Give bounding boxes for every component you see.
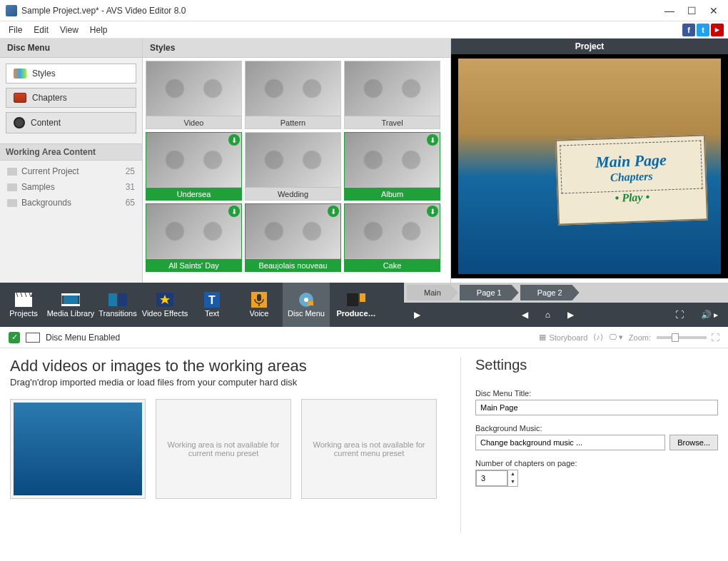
settings-header: Settings [475, 357, 718, 373]
folder-icon [7, 183, 17, 191]
display-tool-icon[interactable]: 🖵 ▾ [609, 333, 623, 342]
download-icon: ⬇ [427, 134, 438, 146]
menu-file[interactable]: File [4, 24, 26, 36]
volume-icon[interactable]: 🔊 ▸ [701, 310, 718, 320]
fullscreen-icon[interactable]: ⛶ [675, 310, 684, 320]
chapters-tab[interactable]: Chapters [6, 88, 136, 108]
zoom-slider[interactable] [657, 336, 707, 339]
style-card-video[interactable]: Video [146, 61, 242, 129]
svg-rect-6 [118, 293, 127, 306]
style-card-beaujolais[interactable]: ⬇Beaujolais nouveau [245, 203, 341, 272]
wa-current-project[interactable]: Current Project 25 [0, 163, 142, 179]
chapters-label: Chapters [32, 93, 67, 103]
ribbon-disc-menu[interactable]: Disc Menu [283, 283, 330, 327]
working-area-2[interactable]: Working area is not available for curren… [156, 399, 291, 499]
play-icon[interactable]: ▶ [414, 310, 420, 320]
fit-icon[interactable]: ⛶ [711, 333, 719, 343]
bgm-label: Background Music: [475, 424, 718, 433]
minimize-button[interactable]: — [664, 5, 674, 16]
chapters-input[interactable] [476, 470, 507, 486]
step-up-icon[interactable]: ▲ [508, 470, 517, 478]
preview-panel: Project Main Page Chapters • Play • [451, 39, 728, 283]
ribbon-video-effects[interactable]: Video Effects [141, 283, 188, 327]
bgm-input[interactable] [475, 435, 665, 450]
home-icon[interactable]: ⌂ [545, 310, 550, 320]
youtube-icon[interactable]: ▸ [711, 24, 724, 36]
left-panel: Disc Menu Styles Chapters Content Workin… [0, 39, 143, 283]
star-icon [156, 292, 174, 308]
svg-rect-11 [257, 294, 261, 301]
content-tab[interactable]: Content [6, 112, 136, 133]
ribbon-media-library[interactable]: Media Library [47, 283, 94, 327]
browse-button[interactable]: Browse... [669, 435, 718, 450]
status-row: ✓ Disc Menu Enabled ▦ Storyboard ⟨♪⟩ 🖵 ▾… [0, 327, 728, 348]
produce-icon [347, 292, 365, 308]
tab-page1[interactable]: Page 1 [460, 285, 519, 300]
storyboard-button[interactable]: ▦ Storyboard [539, 333, 587, 342]
audio-tool-icon[interactable]: ⟨♪⟩ [593, 333, 603, 342]
check-icon: ✓ [9, 332, 20, 343]
wa-samples[interactable]: Samples 31 [0, 179, 142, 195]
working-area-3[interactable]: Working area is not available for curren… [301, 399, 437, 499]
svg-rect-16 [360, 293, 365, 302]
style-card-travel[interactable]: Travel [344, 61, 440, 129]
download-icon: ⬇ [228, 206, 240, 217]
svg-text:T: T [208, 294, 216, 306]
styles-panel: Styles Video Pattern Travel ⬇Undersea We… [143, 39, 451, 283]
download-icon: ⬇ [328, 206, 339, 217]
prev-icon[interactable]: ◀ [522, 310, 528, 320]
svg-rect-0 [15, 297, 32, 307]
tab-main[interactable]: Main [407, 285, 458, 300]
preview-viewport[interactable]: Main Page Chapters • Play • [451, 54, 728, 278]
disc-menu-title-input[interactable] [475, 400, 718, 415]
working-area-1[interactable] [10, 399, 146, 499]
close-button[interactable]: ✕ [709, 5, 718, 16]
text-icon: T [203, 292, 221, 308]
ribbon-transitions[interactable]: Transitions [94, 283, 141, 327]
styles-icon [14, 69, 26, 79]
preview-header: Project [451, 39, 728, 54]
window-title: Sample Project.vep* - AVS Video Editor 8… [21, 6, 664, 16]
chapters-label: Number of chapters on page: [475, 459, 718, 468]
style-card-undersea[interactable]: ⬇Undersea [146, 132, 242, 201]
menu-view[interactable]: View [56, 24, 83, 36]
ribbon-produce[interactable]: Produce… [330, 283, 383, 327]
svg-rect-15 [347, 293, 358, 306]
app-icon [6, 5, 17, 16]
styles-tab[interactable]: Styles [6, 64, 136, 84]
next-icon[interactable]: ▶ [567, 310, 574, 320]
tab-page2[interactable]: Page 2 [520, 285, 580, 300]
styles-header: Styles [143, 39, 450, 58]
chapters-icon [14, 93, 26, 103]
menu-edit[interactable]: Edit [29, 24, 53, 36]
style-card-wedding[interactable]: Wedding [245, 132, 341, 201]
style-card-cake[interactable]: ⬇Cake [344, 203, 440, 272]
facebook-icon[interactable]: f [682, 24, 695, 36]
zoom-label: Zoom: [629, 333, 651, 342]
style-card-all-saints[interactable]: ⬇All Saints' Day [146, 203, 242, 272]
ribbon-voice[interactable]: Voice [236, 283, 283, 327]
ribbon-text[interactable]: T Text [188, 283, 236, 327]
microphone-icon [250, 292, 268, 308]
menu-help[interactable]: Help [86, 24, 112, 36]
maximize-button[interactable]: ☐ [687, 5, 697, 16]
menubar: File Edit View Help f t ▸ [0, 21, 728, 39]
style-card-album[interactable]: ⬇Album [344, 132, 440, 201]
screen-toggle-icon[interactable] [26, 333, 40, 343]
folder-icon [7, 199, 17, 207]
playback-bar: ▶ ◀ ⌂ ▶ ⛶ 🔊 ▸ [404, 303, 728, 327]
twitter-icon[interactable]: t [697, 24, 709, 36]
folder-icon [7, 168, 17, 176]
transitions-icon [108, 292, 127, 308]
preview-tabs: Main Page 1 Page 2 [404, 283, 728, 303]
ribbon-projects[interactable]: Projects [0, 283, 47, 327]
step-down-icon[interactable]: ▼ [508, 478, 517, 486]
svg-rect-5 [108, 293, 117, 306]
selection-box[interactable]: Main Page Chapters [560, 141, 702, 194]
disc-icon [297, 292, 315, 308]
disc-menu-header: Disc Menu [0, 39, 142, 58]
style-card-pattern[interactable]: Pattern [245, 61, 341, 129]
chapters-stepper[interactable]: ▲▼ [475, 470, 518, 487]
wa-backgrounds[interactable]: Backgrounds 65 [0, 195, 142, 211]
svg-rect-3 [61, 293, 80, 295]
